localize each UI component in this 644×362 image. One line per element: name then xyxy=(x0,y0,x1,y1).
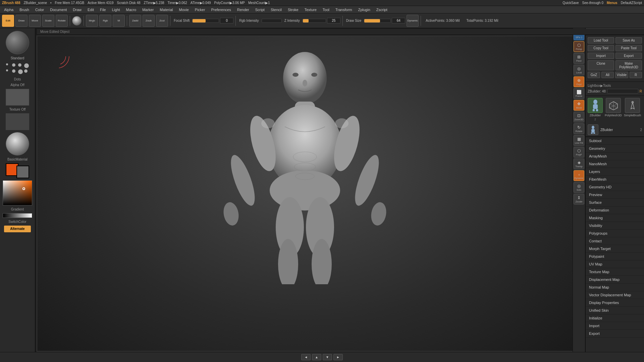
edit-button[interactable]: Edit xyxy=(2,15,14,27)
solo-button[interactable]: ◎ Solo xyxy=(574,182,584,193)
color-picker[interactable] xyxy=(3,180,32,205)
menu-texture[interactable]: Texture xyxy=(302,7,319,12)
transp-button[interactable]: ◈ Transp xyxy=(574,159,584,169)
menu-transform[interactable]: Transform xyxy=(333,7,355,12)
geometry-hd-item[interactable]: Geometry HD xyxy=(586,183,644,191)
floor-button[interactable]: ⊞ Floor xyxy=(574,53,584,64)
zadd-button[interactable]: Zadd xyxy=(129,15,141,27)
move-button[interactable]: Move xyxy=(29,15,41,27)
paste-tool-button[interactable]: Paste Tool xyxy=(615,45,642,51)
initialize-item[interactable]: Initialize xyxy=(586,314,644,322)
layers-item[interactable]: Layers xyxy=(586,168,644,176)
nav-up[interactable]: ▲ xyxy=(312,354,321,360)
gradient-bar[interactable] xyxy=(3,213,32,218)
menus-button[interactable]: Menus xyxy=(607,1,618,5)
see-through[interactable]: See-through 0 xyxy=(582,1,603,5)
background-color[interactable] xyxy=(16,166,29,178)
simplebrush-card-img[interactable] xyxy=(625,98,640,113)
brush-size-grid[interactable] xyxy=(5,62,30,75)
draw-size-slider[interactable]: 64 xyxy=(364,18,405,23)
persp-button[interactable]: ⬡ Persp xyxy=(574,41,584,52)
oxyz-button[interactable]: ⊕ Oxyz xyxy=(574,76,584,87)
menu-picker[interactable]: Picker xyxy=(192,7,208,12)
goz-button[interactable]: GoZ xyxy=(588,72,600,78)
dot-8[interactable] xyxy=(24,69,28,73)
rotate-button[interactable]: Rotate xyxy=(56,15,68,27)
material-swatch[interactable] xyxy=(72,16,82,25)
menu-draw[interactable]: Draw xyxy=(70,7,84,12)
polygroups-item[interactable]: Polygroups xyxy=(586,230,644,237)
polypaint-item[interactable]: Polypaint xyxy=(586,253,644,260)
menu-edit[interactable]: Edit xyxy=(85,7,97,12)
r-button[interactable]: R xyxy=(630,72,642,78)
alternate-button[interactable]: Alternate xyxy=(4,226,31,232)
surface-item[interactable]: Surface xyxy=(586,199,644,206)
quicksave-button[interactable]: QuickSave xyxy=(562,1,579,5)
scale-button[interactable]: Scale xyxy=(42,15,54,27)
all-button[interactable]: All xyxy=(601,72,614,78)
menu-macro[interactable]: Macro xyxy=(123,7,139,12)
menu-alpha[interactable]: Alpha xyxy=(1,7,16,12)
frame-button[interactable]: ⬜ Frame xyxy=(574,88,584,99)
make-polymesh-button[interactable]: Make PolyMesh3D xyxy=(615,60,642,70)
texture-preview[interactable] xyxy=(6,113,29,130)
move-button[interactable]: ✥ Move xyxy=(574,100,584,111)
uv-map-item[interactable]: UV Map xyxy=(586,260,644,268)
preview-item[interactable]: Preview xyxy=(586,191,644,199)
import-tool-item[interactable]: Import xyxy=(586,322,644,330)
nav-left[interactable]: ◄ xyxy=(301,354,311,360)
menu-stroke[interactable]: Stroke xyxy=(285,7,301,12)
displacement-map-item[interactable]: Displacement Map xyxy=(586,276,644,284)
menu-light[interactable]: Light xyxy=(109,7,123,12)
dynamic-btn[interactable]: ⬦ Dynamic xyxy=(574,170,584,181)
mrgb-button[interactable]: Mrgb xyxy=(86,15,98,27)
menu-zscript[interactable]: Zscript xyxy=(374,7,390,12)
export-button[interactable]: Export xyxy=(615,53,642,59)
alpha-preview[interactable] xyxy=(6,89,29,106)
local-button[interactable]: ◎ Local xyxy=(574,65,584,75)
dot-6[interactable] xyxy=(12,69,15,73)
dot-5[interactable] xyxy=(6,69,8,71)
load-tool-button[interactable]: Load Tool xyxy=(588,37,614,44)
geometry-item[interactable]: Geometry xyxy=(586,145,644,153)
zoom3d-button[interactable]: ⊡ Zoom3D xyxy=(574,112,584,122)
menu-brush[interactable]: Brush xyxy=(17,7,32,12)
menu-stencil[interactable]: Stencil xyxy=(268,7,284,12)
export-tool-item[interactable]: Export xyxy=(586,330,644,338)
polymesh3d-card-img[interactable] xyxy=(606,98,621,113)
zscale-button[interactable]: ⇕ Zscale xyxy=(574,194,584,204)
nav-down[interactable]: ▼ xyxy=(323,354,332,360)
dot-2[interactable] xyxy=(12,63,15,67)
menu-render[interactable]: Render xyxy=(234,7,252,12)
dot-1[interactable] xyxy=(6,63,8,65)
menu-file[interactable]: File xyxy=(97,7,109,12)
zbuilder-card[interactable]: ZBuilder 2 xyxy=(588,98,603,121)
display-properties-item[interactable]: Display Properties xyxy=(586,299,644,307)
menu-preferences[interactable]: Preferences xyxy=(208,7,233,12)
visibility-item[interactable]: Visibility xyxy=(586,222,644,230)
zbuilder-slider[interactable]: ZBuilder: 48 R xyxy=(588,89,642,94)
linefill-button[interactable]: ▦ Line Fill xyxy=(574,135,584,146)
simplebrush-card[interactable]: SimpleBrush xyxy=(624,98,641,121)
dot-4[interactable] xyxy=(24,63,29,68)
m-button[interactable]: M xyxy=(113,15,125,27)
rgb-intensity-slider[interactable] xyxy=(262,19,282,23)
rgb-button[interactable]: Rgb xyxy=(99,15,111,27)
polyf-button[interactable]: ⬡ PolyF xyxy=(574,147,584,158)
polymesh3d-card[interactable]: PolyMesh3D xyxy=(605,98,622,121)
focal-shift-slider[interactable]: 0 xyxy=(192,18,233,23)
menu-material[interactable]: Material xyxy=(157,7,175,12)
menu-document[interactable]: Document xyxy=(47,7,69,12)
morph-target-item[interactable]: Morph Target xyxy=(586,245,644,253)
subtool-item[interactable]: Subtool xyxy=(586,137,644,145)
unified-skin-item[interactable]: Unified Skin xyxy=(586,307,644,314)
menu-marker[interactable]: Marker xyxy=(140,7,156,12)
brush-preview[interactable] xyxy=(6,31,29,54)
import-button[interactable]: Import xyxy=(588,53,614,59)
compass-widget[interactable] xyxy=(44,43,71,70)
zbuilder-r-btn[interactable]: R xyxy=(640,89,642,93)
deformation-item[interactable]: Deformation xyxy=(586,206,644,214)
dot-7[interactable] xyxy=(18,69,23,74)
z-intensity-slider[interactable]: 25 xyxy=(303,18,340,23)
save-as-button[interactable]: Save As xyxy=(615,37,642,44)
